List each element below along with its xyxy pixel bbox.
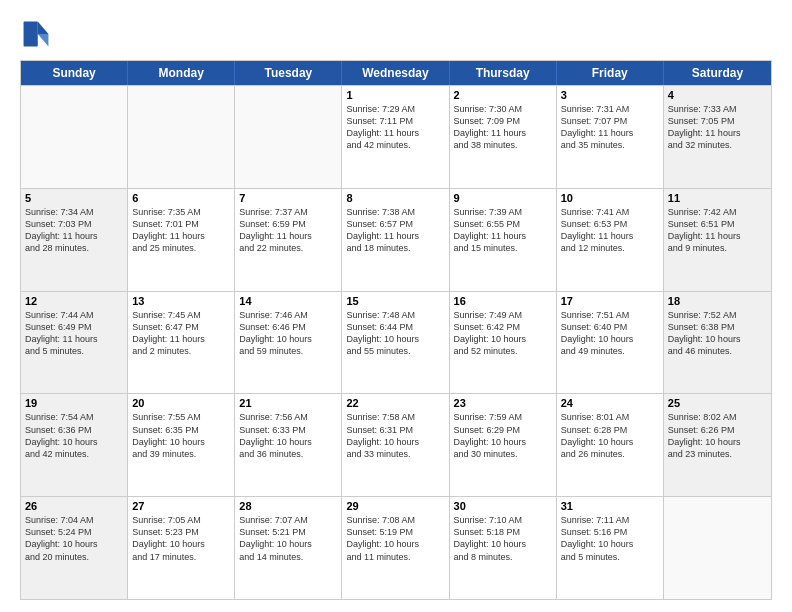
- cell-line-3: and 8 minutes.: [454, 551, 552, 563]
- cell-line-1: Sunset: 6:53 PM: [561, 218, 659, 230]
- cell-line-3: and 46 minutes.: [668, 345, 767, 357]
- cell-line-2: Daylight: 11 hours: [239, 230, 337, 242]
- cell-line-0: Sunrise: 7:34 AM: [25, 206, 123, 218]
- cell-line-3: and 42 minutes.: [25, 448, 123, 460]
- calendar-cell-7: 7Sunrise: 7:37 AMSunset: 6:59 PMDaylight…: [235, 189, 342, 291]
- day-number: 28: [239, 500, 337, 512]
- cell-line-3: and 17 minutes.: [132, 551, 230, 563]
- day-number: 18: [668, 295, 767, 307]
- cell-line-0: Sunrise: 7:54 AM: [25, 411, 123, 423]
- cell-line-2: Daylight: 10 hours: [454, 333, 552, 345]
- day-number: 22: [346, 397, 444, 409]
- cell-line-0: Sunrise: 7:05 AM: [132, 514, 230, 526]
- cell-line-1: Sunset: 5:24 PM: [25, 526, 123, 538]
- day-number: 7: [239, 192, 337, 204]
- calendar-cell-23: 23Sunrise: 7:59 AMSunset: 6:29 PMDayligh…: [450, 394, 557, 496]
- cell-line-2: Daylight: 10 hours: [239, 333, 337, 345]
- cell-line-2: Daylight: 10 hours: [454, 436, 552, 448]
- calendar-row-0: 1Sunrise: 7:29 AMSunset: 7:11 PMDaylight…: [21, 85, 771, 188]
- cell-line-3: and 39 minutes.: [132, 448, 230, 460]
- cell-line-0: Sunrise: 7:38 AM: [346, 206, 444, 218]
- cell-line-2: Daylight: 10 hours: [239, 538, 337, 550]
- cell-line-1: Sunset: 6:38 PM: [668, 321, 767, 333]
- cell-line-0: Sunrise: 7:30 AM: [454, 103, 552, 115]
- calendar-cell-15: 15Sunrise: 7:48 AMSunset: 6:44 PMDayligh…: [342, 292, 449, 394]
- day-number: 17: [561, 295, 659, 307]
- day-number: 25: [668, 397, 767, 409]
- calendar-row-4: 26Sunrise: 7:04 AMSunset: 5:24 PMDayligh…: [21, 496, 771, 599]
- cell-line-1: Sunset: 5:23 PM: [132, 526, 230, 538]
- svg-rect-2: [24, 22, 38, 47]
- cell-line-2: Daylight: 10 hours: [346, 436, 444, 448]
- logo: [20, 18, 56, 50]
- header: [20, 18, 772, 50]
- cell-line-3: and 11 minutes.: [346, 551, 444, 563]
- calendar-cell-27: 27Sunrise: 7:05 AMSunset: 5:23 PMDayligh…: [128, 497, 235, 599]
- calendar-cell-21: 21Sunrise: 7:56 AMSunset: 6:33 PMDayligh…: [235, 394, 342, 496]
- cell-line-0: Sunrise: 7:45 AM: [132, 309, 230, 321]
- cell-line-2: Daylight: 11 hours: [25, 230, 123, 242]
- cell-line-2: Daylight: 11 hours: [132, 333, 230, 345]
- cell-line-1: Sunset: 6:28 PM: [561, 424, 659, 436]
- cell-line-1: Sunset: 5:19 PM: [346, 526, 444, 538]
- cell-line-2: Daylight: 11 hours: [454, 230, 552, 242]
- calendar-cell-empty: [128, 86, 235, 188]
- cell-line-2: Daylight: 10 hours: [25, 436, 123, 448]
- cell-line-1: Sunset: 6:35 PM: [132, 424, 230, 436]
- cell-line-3: and 32 minutes.: [668, 139, 767, 151]
- calendar-cell-31: 31Sunrise: 7:11 AMSunset: 5:16 PMDayligh…: [557, 497, 664, 599]
- day-number: 10: [561, 192, 659, 204]
- calendar-cell-12: 12Sunrise: 7:44 AMSunset: 6:49 PMDayligh…: [21, 292, 128, 394]
- cell-line-1: Sunset: 6:57 PM: [346, 218, 444, 230]
- cell-line-1: Sunset: 7:11 PM: [346, 115, 444, 127]
- cell-line-0: Sunrise: 7:07 AM: [239, 514, 337, 526]
- day-number: 2: [454, 89, 552, 101]
- calendar-cell-24: 24Sunrise: 8:01 AMSunset: 6:28 PMDayligh…: [557, 394, 664, 496]
- calendar-cell-13: 13Sunrise: 7:45 AMSunset: 6:47 PMDayligh…: [128, 292, 235, 394]
- cell-line-3: and 55 minutes.: [346, 345, 444, 357]
- cell-line-2: Daylight: 10 hours: [346, 333, 444, 345]
- cell-line-3: and 59 minutes.: [239, 345, 337, 357]
- calendar-cell-30: 30Sunrise: 7:10 AMSunset: 5:18 PMDayligh…: [450, 497, 557, 599]
- calendar-cell-4: 4Sunrise: 7:33 AMSunset: 7:05 PMDaylight…: [664, 86, 771, 188]
- cell-line-3: and 18 minutes.: [346, 242, 444, 254]
- cell-line-0: Sunrise: 7:58 AM: [346, 411, 444, 423]
- cell-line-3: and 35 minutes.: [561, 139, 659, 151]
- day-number: 24: [561, 397, 659, 409]
- cell-line-0: Sunrise: 7:46 AM: [239, 309, 337, 321]
- cell-line-2: Daylight: 10 hours: [561, 538, 659, 550]
- cell-line-1: Sunset: 6:33 PM: [239, 424, 337, 436]
- svg-marker-0: [38, 22, 49, 34]
- cell-line-0: Sunrise: 7:55 AM: [132, 411, 230, 423]
- cell-line-3: and 36 minutes.: [239, 448, 337, 460]
- cell-line-0: Sunrise: 7:41 AM: [561, 206, 659, 218]
- cell-line-3: and 23 minutes.: [668, 448, 767, 460]
- logo-icon: [20, 18, 52, 50]
- day-number: 12: [25, 295, 123, 307]
- cell-line-2: Daylight: 10 hours: [668, 436, 767, 448]
- cell-line-3: and 25 minutes.: [132, 242, 230, 254]
- cell-line-1: Sunset: 5:21 PM: [239, 526, 337, 538]
- cell-line-2: Daylight: 10 hours: [132, 436, 230, 448]
- calendar-header: SundayMondayTuesdayWednesdayThursdayFrid…: [21, 61, 771, 85]
- calendar-cell-17: 17Sunrise: 7:51 AMSunset: 6:40 PMDayligh…: [557, 292, 664, 394]
- weekday-header-sunday: Sunday: [21, 61, 128, 85]
- calendar-cell-8: 8Sunrise: 7:38 AMSunset: 6:57 PMDaylight…: [342, 189, 449, 291]
- day-number: 3: [561, 89, 659, 101]
- cell-line-1: Sunset: 6:31 PM: [346, 424, 444, 436]
- cell-line-1: Sunset: 6:42 PM: [454, 321, 552, 333]
- cell-line-3: and 15 minutes.: [454, 242, 552, 254]
- cell-line-1: Sunset: 6:29 PM: [454, 424, 552, 436]
- cell-line-1: Sunset: 7:09 PM: [454, 115, 552, 127]
- day-number: 21: [239, 397, 337, 409]
- cell-line-0: Sunrise: 7:04 AM: [25, 514, 123, 526]
- calendar-row-2: 12Sunrise: 7:44 AMSunset: 6:49 PMDayligh…: [21, 291, 771, 394]
- cell-line-0: Sunrise: 7:10 AM: [454, 514, 552, 526]
- cell-line-0: Sunrise: 7:39 AM: [454, 206, 552, 218]
- day-number: 6: [132, 192, 230, 204]
- calendar-cell-20: 20Sunrise: 7:55 AMSunset: 6:35 PMDayligh…: [128, 394, 235, 496]
- weekday-header-wednesday: Wednesday: [342, 61, 449, 85]
- cell-line-0: Sunrise: 7:48 AM: [346, 309, 444, 321]
- day-number: 11: [668, 192, 767, 204]
- cell-line-0: Sunrise: 7:29 AM: [346, 103, 444, 115]
